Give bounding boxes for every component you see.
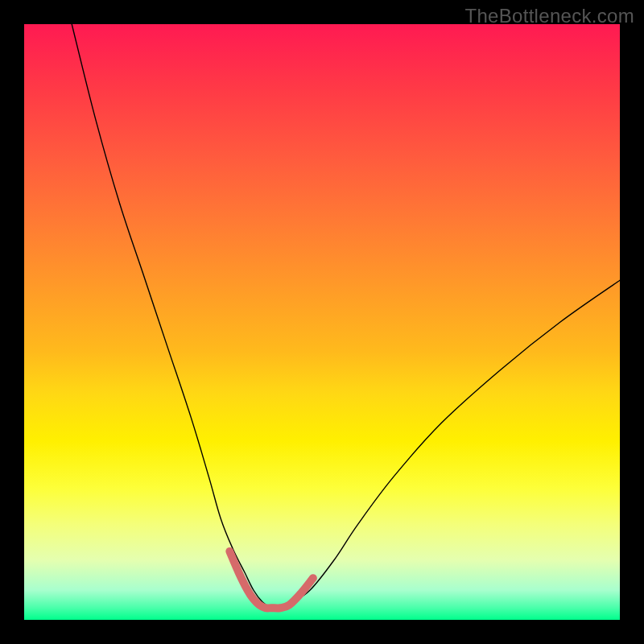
bottleneck-curve: [72, 24, 620, 609]
chart-svg: [24, 24, 620, 620]
watermark-text: TheBottleneck.com: [464, 5, 634, 27]
chart-root: TheBottleneck.com: [0, 0, 644, 644]
bottom-marker: [229, 551, 313, 609]
